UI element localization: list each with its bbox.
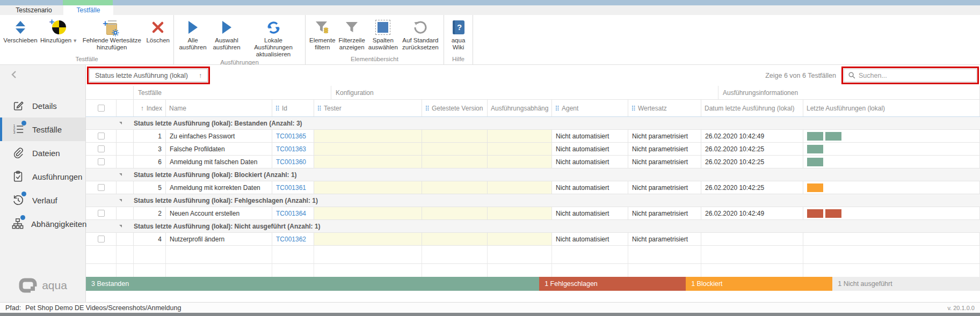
sidebar-collapse-button[interactable] bbox=[0, 65, 85, 84]
status-segment: 1 Fehlgeschlagen bbox=[539, 277, 686, 291]
cell-datum bbox=[701, 233, 803, 245]
testcase-id-link[interactable]: TC001361 bbox=[276, 184, 306, 192]
cell-tester[interactable] bbox=[314, 181, 422, 194]
cell-tester[interactable] bbox=[314, 156, 422, 168]
column-grip-icon bbox=[275, 105, 279, 111]
collapse-triangle-icon[interactable] bbox=[119, 225, 122, 227]
col-header-name[interactable]: Name bbox=[166, 100, 272, 116]
cell-tester[interactable] bbox=[314, 143, 422, 155]
cell-tester[interactable] bbox=[314, 130, 422, 142]
col-header-tester[interactable]: Tester bbox=[314, 100, 422, 116]
hinzufuegen-button[interactable]: + Hinzufügen▼ bbox=[39, 17, 79, 44]
select-all-checkbox[interactable] bbox=[98, 105, 105, 112]
cell-ausfuehrungsabhaengigkeit[interactable] bbox=[488, 181, 552, 194]
lokale-aktualisieren-button[interactable]: Lokale Ausführungen aktualisieren bbox=[244, 17, 303, 58]
verschieben-button[interactable]: Verschieben bbox=[2, 17, 39, 44]
testcase-id-link[interactable]: TC001362 bbox=[276, 236, 306, 243]
row-checkbox[interactable] bbox=[98, 145, 105, 152]
band-ausfuehrungsinformationen[interactable]: Ausführungsinformationen bbox=[718, 86, 980, 99]
group-row[interactable]: Status letzte Ausführung (lokal): Blocki… bbox=[86, 168, 980, 181]
row-checkbox[interactable] bbox=[98, 236, 105, 242]
aqua-wiki-button[interactable]: ? aqua Wiki bbox=[446, 17, 470, 51]
col-header-wertesatz[interactable]: Wertesatz bbox=[628, 100, 701, 116]
ribbon-group-label: Testfälle bbox=[0, 55, 173, 64]
cell-ausfuehrungsabhaengigkeit[interactable] bbox=[488, 130, 552, 142]
testcase-row[interactable]: 1Zu einfaches PasswortTC001365Nicht auto… bbox=[86, 130, 980, 143]
band-testfaelle[interactable]: Testfälle bbox=[134, 86, 331, 99]
ribbon-group-label: Elementübersicht bbox=[306, 55, 444, 64]
loeschen-button[interactable]: Löschen bbox=[144, 17, 171, 44]
cell-getestete-version[interactable] bbox=[422, 233, 488, 245]
sidebar-item-abhaengigkeiten[interactable]: Abhängigkeiten bbox=[0, 212, 85, 236]
sidebar-item-dateien[interactable]: Dateien bbox=[0, 141, 85, 165]
group-row[interactable]: Status letzte Ausführung (lokal): Fehlge… bbox=[86, 194, 980, 207]
sort-ascending-icon[interactable]: ↑ bbox=[199, 72, 202, 79]
col-header-id[interactable]: Id bbox=[272, 100, 314, 116]
col-header-ausfuehrungsabhaengigkeit[interactable]: Ausführungsabhäng bbox=[488, 100, 552, 116]
testcase-row[interactable]: 4Nutzerprofil ändernTC001362Nicht automa… bbox=[86, 233, 980, 246]
sidebar-item-verlauf[interactable]: Verlauf bbox=[0, 188, 85, 212]
sidebar-item-details[interactable]: Details bbox=[0, 94, 85, 117]
cell-ausfuehrungsabhaengigkeit[interactable] bbox=[488, 233, 552, 245]
delete-x-icon bbox=[151, 18, 164, 37]
testcase-id-link[interactable]: TC001364 bbox=[276, 210, 306, 217]
elemente-filtern-button[interactable]: Elemente filtern bbox=[308, 17, 337, 51]
cell-tester[interactable] bbox=[314, 233, 422, 245]
window-bottom-edge bbox=[0, 313, 980, 316]
alle-ausfuehren-button[interactable]: Alle ausführen bbox=[176, 17, 209, 51]
testcase-row[interactable]: 3Falsche ProfildatenTC001363Nicht automa… bbox=[86, 143, 980, 156]
testcase-id-link[interactable]: TC001365 bbox=[276, 133, 306, 140]
cell-wertesatz: Nicht parametrisiert bbox=[628, 143, 701, 155]
col-header-agent[interactable]: Agent bbox=[552, 100, 628, 116]
fehlende-wertesaetze-button[interactable]: + Fehlende Wertesätze hinzufügen bbox=[79, 17, 144, 51]
filterzeile-anzeigen-button[interactable]: Filterzeile anzeigen bbox=[337, 17, 367, 51]
annotation-box-search bbox=[841, 67, 979, 84]
cell-ausfuehrungsabhaengigkeit[interactable] bbox=[488, 143, 552, 155]
tab-testfaelle[interactable]: Testfälle bbox=[63, 5, 113, 15]
row-checkbox[interactable] bbox=[98, 184, 105, 191]
testcase-id-link[interactable]: TC001363 bbox=[276, 145, 306, 153]
collapse-triangle-icon[interactable] bbox=[119, 199, 122, 202]
search-input[interactable] bbox=[859, 72, 972, 79]
filter-icon bbox=[345, 18, 358, 37]
collapse-triangle-icon[interactable] bbox=[119, 122, 122, 124]
band-konfiguration[interactable]: Konfiguration bbox=[331, 86, 718, 99]
cell-name: Falsche Profildaten bbox=[166, 143, 272, 155]
empty-row bbox=[86, 264, 980, 277]
testcase-id-link[interactable]: TC001360 bbox=[276, 158, 306, 166]
sidebar-item-ausfuehrungen[interactable]: Ausführungen bbox=[0, 165, 85, 188]
aqua-logo: aqua bbox=[0, 277, 85, 302]
group-by-chip[interactable]: Status letzte Ausführung (lokal) ↑ bbox=[89, 69, 208, 82]
col-header-getestete-version[interactable]: Getestete Version bbox=[422, 100, 488, 116]
cell-ausfuehrungsabhaengigkeit[interactable] bbox=[488, 207, 552, 219]
tab-testszenario[interactable]: Testszenario bbox=[4, 5, 63, 15]
col-header-datum[interactable]: Datum letzte Ausführung (lokal) bbox=[701, 100, 803, 116]
sidebar-item-testfaelle[interactable]: 123 Testfälle bbox=[0, 117, 85, 141]
testcase-row[interactable]: 5Anmeldung mit korrekten DatenTC001361Ni… bbox=[86, 181, 980, 194]
cell-getestete-version[interactable] bbox=[422, 143, 488, 155]
cell-getestete-version[interactable] bbox=[422, 130, 488, 142]
search-box[interactable] bbox=[844, 69, 977, 82]
row-checkbox[interactable] bbox=[98, 133, 105, 139]
cell-getestete-version[interactable] bbox=[422, 181, 488, 194]
row-checkbox[interactable] bbox=[98, 210, 105, 217]
cell-agent: Nicht automatisiert bbox=[552, 143, 628, 155]
row-checkbox[interactable] bbox=[98, 158, 105, 165]
auf-standard-button[interactable]: Auf Standard zurücksetzen bbox=[400, 17, 441, 51]
cell-tester[interactable] bbox=[314, 207, 422, 219]
col-header-index[interactable]: ↑Index bbox=[134, 100, 166, 116]
group-row[interactable]: Status letzte Ausführung (lokal): Nicht … bbox=[86, 220, 980, 233]
testcase-row[interactable]: 2Neuen Account erstellenTC001364Nicht au… bbox=[86, 207, 980, 220]
spalten-auswaehlen-button[interactable]: Spalten auswählen bbox=[367, 17, 400, 51]
testcase-row[interactable]: 6Anmeldung mit falschen DatenTC001360Nic… bbox=[86, 156, 980, 168]
collapse-triangle-icon[interactable] bbox=[119, 173, 122, 176]
col-header-letzte-ausfuehrungen[interactable]: Letzte Ausführungen (lokal) bbox=[803, 100, 980, 116]
cell-getestete-version[interactable] bbox=[422, 207, 488, 219]
cell-datum: 26.02.2020 10:42:49 bbox=[701, 130, 803, 142]
execution-status-bar: 3 Bestanden1 Fehlgeschlagen1 Blockiert1 … bbox=[86, 277, 980, 291]
group-row[interactable]: Status letzte Ausführung (lokal): Bestan… bbox=[86, 117, 980, 130]
auswahl-ausfuehren-button[interactable]: Auswahl ausführen bbox=[209, 17, 244, 51]
cell-ausfuehrungsabhaengigkeit[interactable] bbox=[488, 156, 552, 168]
cell-agent: Nicht automatisiert bbox=[552, 130, 628, 142]
cell-getestete-version[interactable] bbox=[422, 156, 488, 168]
